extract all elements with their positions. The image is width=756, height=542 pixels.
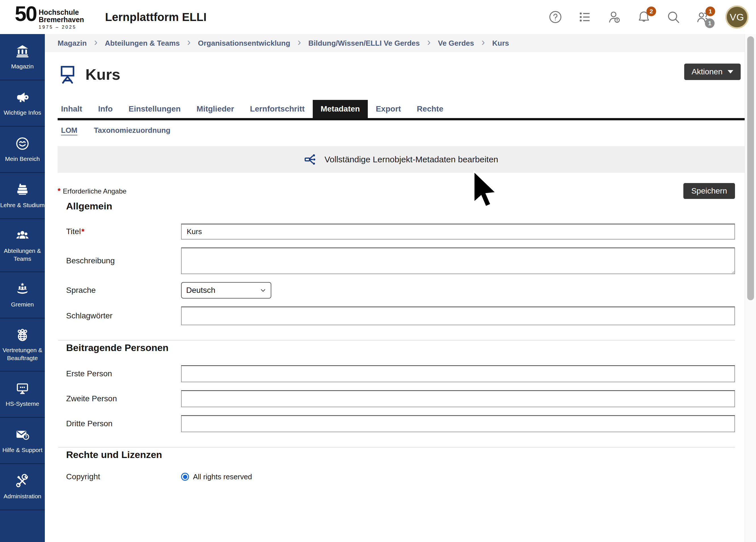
copyright-label: Copyright [66,472,181,481]
actions-button-label: Aktionen [692,67,723,76]
required-marker: * [81,227,85,236]
form-row-beschreibung: Beschreibung [66,247,745,274]
share-nodes-icon [304,153,318,166]
top-header: 50 Hochschule Bremerhaven 1975 – 2025 Le… [0,0,756,34]
tab-einstellungen[interactable]: Einstellungen [121,100,189,118]
subtab-lom[interactable]: LOM [61,126,77,135]
sidebar-item-label: Abteilungen & Teams [2,247,43,262]
dritte-person-label: Dritte Person [66,419,181,428]
tab-mitglieder[interactable]: Mitglieder [189,100,242,118]
edit-full-metadata-link[interactable]: Vollständige Lernobjekt-Metadaten bearbe… [324,155,498,164]
sprache-select[interactable]: Deutsch [181,282,271,299]
sidebar-item-vertretungen-beauftragte[interactable]: Vertretungen & Beauftragte [0,318,45,371]
tab-lernfortschritt[interactable]: Lernfortschritt [242,100,313,118]
tab-inhalt[interactable]: Inhalt [58,100,90,118]
sidebar-item-gremien[interactable]: Gremien [0,272,45,318]
svg-text:?: ? [25,434,27,439]
smiley-icon [15,136,30,151]
beschreibung-textarea[interactable] [181,247,735,274]
sidebar-item-administration[interactable]: Administration [0,464,45,510]
tab-bar: Inhalt Info Einstellungen Mitglieder Ler… [58,100,745,120]
schlagwoerter-label: Schlagwörter [66,311,181,320]
chevron-down-icon [259,287,267,294]
scrollbar-thumb[interactable] [747,36,754,300]
tools-icon [15,474,30,488]
sidebar-item-label: Vertretungen & Beauftragte [2,346,43,362]
save-button[interactable]: Speichern [683,183,735,199]
breadcrumb-item[interactable]: Bildung/Wissen/ELLI Ve Gerdes [308,39,420,48]
schlagwoerter-input[interactable] [181,306,735,325]
contacts-icon[interactable]: 1 1 [696,10,710,24]
sprache-label: Sprache [66,286,181,295]
dritte-person-input[interactable] [181,415,735,432]
copyright-radio-all-rights[interactable] [181,473,189,481]
edit-full-metadata-banner[interactable]: Vollständige Lernobjekt-Metadaten bearbe… [58,146,745,173]
sidebar-item-lehre-studium[interactable]: Lehre & Studium [0,173,45,219]
notifications-badge: 2 [646,7,656,16]
erste-person-label: Erste Person [66,369,181,378]
page-title: Kurs [85,66,120,83]
beschreibung-label: Beschreibung [66,256,181,265]
notifications-bell-icon[interactable]: 2 [637,10,651,24]
sidebar-item-label: Lehre & Studium [0,201,45,209]
user-avatar[interactable]: VG [725,5,749,29]
contacts-badge-top: 1 [705,7,715,16]
breadcrumb-separator-icon: › [94,37,98,47]
sidebar-item-abteilungen-teams[interactable]: Abteilungen & Teams [0,219,45,272]
tab-export[interactable]: Export [368,100,409,118]
page-content: Kurs Aktionen Inhalt Info Einstellungen … [45,63,745,481]
required-marker: * [58,187,61,195]
erste-person-input[interactable] [181,365,735,382]
help-icon[interactable] [548,10,562,24]
zweite-person-label: Zweite Person [66,394,181,403]
breadcrumb-item[interactable]: Magazin [58,39,87,48]
search-icon[interactable] [666,10,681,24]
sidebar-item-label: Gremien [11,301,34,308]
sidebar-item-hs-systeme[interactable]: HS-Systeme [0,371,45,418]
section-title-allgemein: Allgemein [66,201,745,212]
sidebar-item-wichtige-infos[interactable]: Wichtige Infos [0,80,45,127]
vertical-scrollbar [745,34,756,542]
sidebar-item-label: Hilfe & Support [2,446,42,454]
breadcrumb-separator-icon: › [187,37,190,47]
tab-rechte[interactable]: Rechte [409,100,451,118]
sidebar-item-mein-bereich[interactable]: Mein Bereich [0,127,45,173]
form-row-dritte-person: Dritte Person [66,415,745,432]
app-title: Lernplattform ELLI [105,11,207,24]
section-divider [58,340,735,341]
globe-people-icon [15,327,30,342]
hochschule-bremerhaven-logo[interactable]: 50 Hochschule Bremerhaven 1975 – 2025 [15,5,84,30]
subtab-taxonomiezuordnung[interactable]: Taxonomiezuordnung [94,126,171,135]
user-status-icon[interactable] [607,10,621,24]
books-icon [15,182,30,197]
breadcrumb-item[interactable]: Organisationsentwicklung [198,39,290,48]
copyright-radio-cell: All rights reserved [181,472,735,481]
section-title-beitragende: Beitragende Personen [66,342,745,353]
people-group-icon [15,228,30,243]
breadcrumb-item[interactable]: Abteilungen & Teams [105,39,180,48]
bank-icon [15,44,30,58]
sprache-selected-value: Deutsch [186,286,215,295]
titel-input[interactable] [181,224,735,240]
sidebar-item-label: Administration [3,492,41,500]
zweite-person-input[interactable] [181,390,735,407]
tab-info[interactable]: Info [90,100,121,118]
radio-checked-dot [183,475,187,479]
actions-dropdown-button[interactable]: Aktionen [684,64,741,80]
section-title-rechte: Rechte und Lizenzen [66,449,745,460]
breadcrumb: Magazin › Abteilungen & Teams › Organisa… [45,34,745,52]
tab-metadaten[interactable]: Metadaten [313,100,368,118]
app-window: 50 Hochschule Bremerhaven 1975 – 2025 Le… [0,0,756,542]
main-sidebar: Magazin Wichtige Infos Mein Bereich Lehr… [0,34,45,542]
breadcrumb-item[interactable]: Kurs [492,39,509,48]
mail-question-icon: ? [15,427,30,442]
required-note-row: *Erforderliche Angabe Speichern [58,183,745,199]
sidebar-item-magazin[interactable]: Magazin [0,34,45,80]
sidebar-item-hilfe-support[interactable]: ? Hilfe & Support [0,418,45,464]
breadcrumb-item[interactable]: Ve Gerdes [438,39,474,48]
form-row-erste-person: Erste Person [66,365,745,382]
sidebar-item-label: HS-Systeme [6,400,39,407]
section-divider [58,447,735,448]
breadcrumb-separator-icon: › [481,37,485,47]
main-menu-list-icon[interactable] [578,10,592,24]
